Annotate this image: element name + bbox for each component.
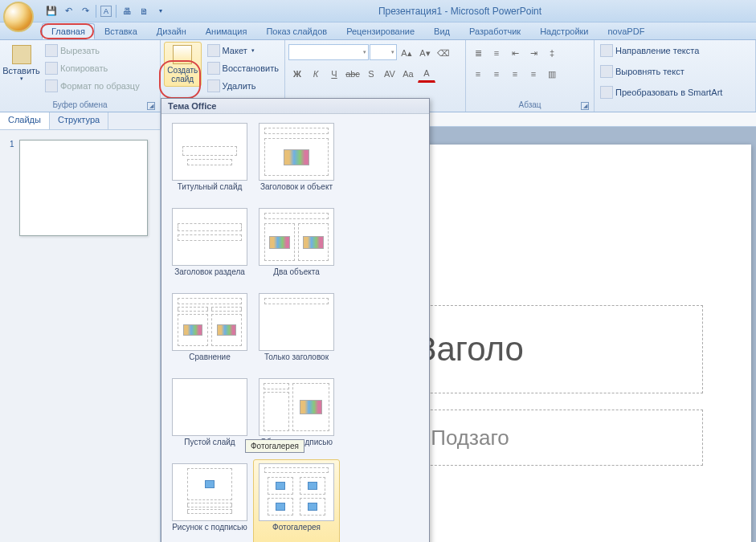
office-button[interactable] xyxy=(3,2,34,32)
reset-icon xyxy=(207,62,220,75)
reset-button[interactable]: Восстановить xyxy=(205,59,281,77)
layout-item-photo-gallery[interactable]: Фотогалерея xyxy=(253,459,340,542)
new-slide-icon xyxy=(173,45,192,64)
layout-icon xyxy=(207,44,220,57)
clipboard-small-buttons: Вырезать Копировать Формат по образцу xyxy=(43,42,142,95)
underline-button[interactable]: Ч xyxy=(325,65,343,83)
brush-icon xyxy=(45,79,58,92)
paste-button[interactable]: Вставить ▾ xyxy=(3,42,39,85)
separator xyxy=(96,5,96,18)
smartart-icon xyxy=(600,86,613,99)
clear-format-button[interactable]: ⌫ xyxy=(435,44,452,62)
slide-thumbnail[interactable] xyxy=(19,140,148,236)
tab-home[interactable]: Главная xyxy=(42,23,95,39)
tab-addins[interactable]: Надстройки xyxy=(530,23,598,39)
slide-thumbnail-wrap: 1 xyxy=(0,130,160,246)
quick-access-toolbar: 💾 ↶ ↷ A 🖶 🗎 ▾ xyxy=(45,5,167,18)
window-title: Презентация1 - Microsoft PowerPoint xyxy=(167,6,753,17)
layout-item-title-only[interactable]: Только заголовок xyxy=(253,289,340,374)
tab-developer[interactable]: Разработчик xyxy=(460,23,530,39)
gallery-header: Тема Office xyxy=(161,99,429,114)
layout-tooltip: Фотогалерея xyxy=(245,439,304,453)
change-case-button[interactable]: Aa xyxy=(399,65,417,83)
delete-icon xyxy=(207,79,220,92)
bold-button[interactable]: Ж xyxy=(288,65,306,83)
layout-item-picture-caption[interactable]: Рисунок с подписью xyxy=(166,459,253,542)
align-center-button[interactable]: ≡ xyxy=(488,65,505,83)
shrink-font-button[interactable]: A▾ xyxy=(416,44,434,62)
copy-button[interactable]: Копировать xyxy=(43,59,142,77)
shadow-button[interactable]: S xyxy=(362,65,380,83)
save-icon[interactable]: 💾 xyxy=(45,5,58,18)
align-left-button[interactable]: ≡ xyxy=(469,65,487,83)
cut-button[interactable]: Вырезать xyxy=(43,42,142,59)
bullets-button[interactable]: ≣ xyxy=(469,44,487,62)
layout-item-comparison[interactable]: Сравнение xyxy=(166,289,253,374)
columns-button[interactable]: ▥ xyxy=(543,65,561,83)
align-text-button[interactable]: Выровнять текст xyxy=(598,63,687,80)
slide-panel: Слайды Структура 1 xyxy=(0,112,161,542)
print-icon[interactable]: 🖶 xyxy=(121,5,133,18)
dropdown-icon: ▾ xyxy=(251,47,255,54)
font-color-button[interactable]: A xyxy=(418,65,435,83)
copy-icon xyxy=(45,62,58,75)
spacing-button[interactable]: AV xyxy=(381,65,398,83)
ribbon-tabs: Главная Вставка Дизайн Анимация Показ сл… xyxy=(0,22,756,40)
tab-review[interactable]: Рецензирование xyxy=(337,23,424,39)
text-direction-button[interactable]: Направление текста xyxy=(598,42,701,59)
new-slide-label: Создать слайд xyxy=(166,66,199,84)
sidetab-slides[interactable]: Слайды xyxy=(0,112,50,129)
paste-icon xyxy=(12,45,31,64)
layout-gallery: Тема Office Титульный слайд Заголовок и … xyxy=(161,98,430,542)
decrease-indent-button[interactable]: ⇤ xyxy=(506,44,524,62)
scissors-icon xyxy=(45,44,58,57)
text-icon[interactable]: A xyxy=(100,6,112,17)
separator xyxy=(116,5,116,18)
group-text: Направление текста Выровнять текст Преоб… xyxy=(595,40,756,112)
layout-button[interactable]: Макет▾ xyxy=(205,42,281,59)
tab-novapdf[interactable]: novaPDF xyxy=(599,23,655,39)
strike-button[interactable]: abc xyxy=(344,65,362,83)
side-tabs: Слайды Структура xyxy=(0,112,160,130)
layout-item-title-content[interactable]: Заголовок и объект xyxy=(253,119,340,204)
new-slide-button[interactable]: Создать слайд xyxy=(164,42,202,87)
tab-view[interactable]: Вид xyxy=(424,23,460,39)
dropdown-icon: ▾ xyxy=(20,75,23,82)
align-right-button[interactable]: ≡ xyxy=(506,65,524,83)
tab-animation[interactable]: Анимация xyxy=(196,23,257,39)
tab-insert[interactable]: Вставка xyxy=(95,23,147,39)
font-combo[interactable]: ▾ xyxy=(288,44,369,60)
group-clipboard: Вставить ▾ Вырезать Копировать Формат по… xyxy=(0,40,161,112)
undo-icon[interactable]: ↶ xyxy=(62,5,75,18)
dialog-launcher-icon[interactable]: ◢ xyxy=(581,102,589,110)
layout-item-two-content[interactable]: Два объекта xyxy=(253,204,340,289)
layout-item-blank[interactable]: Пустой слайд xyxy=(166,374,253,459)
sidetab-outline[interactable]: Структура xyxy=(50,112,108,129)
size-combo[interactable]: ▾ xyxy=(370,44,397,60)
group-label xyxy=(598,101,752,112)
slides-small-buttons: Макет▾ Восстановить Удалить xyxy=(205,42,281,95)
layout-item-title-slide[interactable]: Титульный слайд xyxy=(166,119,253,204)
tab-design[interactable]: Дизайн xyxy=(147,23,196,39)
preview-icon[interactable]: 🗎 xyxy=(137,5,150,18)
dialog-launcher-icon[interactable]: ◢ xyxy=(147,102,155,110)
redo-icon[interactable]: ↷ xyxy=(79,5,92,18)
grow-font-button[interactable]: A▴ xyxy=(398,44,415,62)
numbering-button[interactable]: ≡ xyxy=(488,44,505,62)
qat-dropdown-icon[interactable]: ▾ xyxy=(154,5,167,18)
delete-button[interactable]: Удалить xyxy=(205,77,281,95)
line-spacing-button[interactable]: ‡ xyxy=(543,44,561,62)
increase-indent-button[interactable]: ⇥ xyxy=(525,44,542,62)
format-painter-button[interactable]: Формат по образцу xyxy=(43,77,142,95)
tab-slideshow[interactable]: Показ слайдов xyxy=(256,23,337,39)
gallery-grid: Титульный слайд Заголовок и объект Загол… xyxy=(161,114,429,542)
smartart-button[interactable]: Преобразовать в SmartArt xyxy=(598,84,725,101)
text-direction-icon xyxy=(600,44,613,57)
justify-button[interactable]: ≡ xyxy=(525,65,542,83)
dropdown-icon: ▾ xyxy=(363,49,366,55)
layout-item-section-header[interactable]: Заголовок раздела xyxy=(166,204,253,289)
dropdown-icon: ▾ xyxy=(391,49,394,55)
italic-button[interactable]: К xyxy=(307,65,325,83)
paste-label: Вставить xyxy=(2,66,40,75)
format-row: Ж К Ч abc S AV Aa A xyxy=(288,65,435,83)
